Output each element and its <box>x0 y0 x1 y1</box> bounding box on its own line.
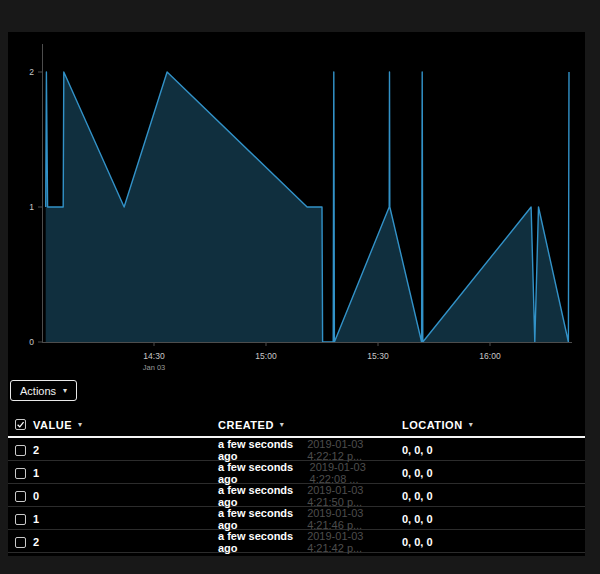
row-created: a few seconds ago2019-01-03 4:21:50 p... <box>218 484 402 508</box>
table-row: 2a few seconds ago2019-01-03 4:22:12 p..… <box>8 438 585 461</box>
created-absolute: 2019-01-03 4:21:50 p... <box>307 484 402 508</box>
created-relative: a few seconds ago <box>218 507 299 531</box>
created-absolute: 2019-01-03 4:22:12 p... <box>307 438 402 462</box>
created-absolute: 2019-01-03 4:21:46 p... <box>307 507 402 531</box>
table-row: 2a few seconds ago2019-01-03 4:21:42 p..… <box>8 530 585 553</box>
select-all-checkbox[interactable] <box>15 419 26 430</box>
row-value: 1 <box>33 467 218 479</box>
sort-caret-icon: ▾ <box>78 420 83 429</box>
row-created: a few seconds ago2019-01-03 4:22:12 p... <box>218 438 402 462</box>
y-axis-ticks: 012 <box>29 67 42 347</box>
x-axis-date-label: Jan 03 <box>143 363 166 372</box>
row-location: 0, 0, 0 <box>402 444 585 456</box>
table-row: 0a few seconds ago2019-01-03 4:21:50 p..… <box>8 484 585 507</box>
sort-caret-icon: ▾ <box>469 420 474 429</box>
table-row: 1a few seconds ago2019-01-03 4:22:08 ...… <box>8 461 585 484</box>
table-row: 1a few seconds ago2019-01-03 4:21:46 p..… <box>8 507 585 530</box>
created-absolute: 2019-01-03 4:22:08 ... <box>310 461 402 485</box>
row-value: 1 <box>33 513 218 525</box>
chevron-down-icon: ▾ <box>63 387 67 395</box>
timeseries-chart: 012 14:30Jan 0315:0015:3016:00 <box>8 32 585 378</box>
row-value: 2 <box>33 444 218 456</box>
page: 012 14:30Jan 0315:0015:3016:00 Actions ▾… <box>0 0 600 574</box>
created-header-label: CREATED <box>218 419 274 431</box>
column-header-location[interactable]: LOCATION ▾ <box>402 419 585 431</box>
location-header-label: LOCATION <box>402 419 463 431</box>
sort-caret-icon: ▾ <box>280 420 285 429</box>
actions-label: Actions <box>20 385 56 397</box>
created-relative: a few seconds ago <box>218 438 299 462</box>
column-header-value[interactable]: VALUE ▾ <box>33 419 218 431</box>
created-relative: a few seconds ago <box>218 461 302 485</box>
data-table: VALUE ▾ CREATED ▾ LOCATION ▾ 2a few seco… <box>8 413 585 553</box>
chart-table-card: 012 14:30Jan 0315:0015:3016:00 Actions ▾… <box>8 32 585 556</box>
row-location: 0, 0, 0 <box>402 467 585 479</box>
y-tick-label: 0 <box>29 337 34 347</box>
y-tick-label: 2 <box>29 67 34 77</box>
table-rows: 2a few seconds ago2019-01-03 4:22:12 p..… <box>8 438 585 553</box>
row-checkbox[interactable] <box>15 514 26 525</box>
x-axis-ticks: 14:30Jan 0315:0015:3016:00 <box>143 342 501 372</box>
row-value: 0 <box>33 490 218 502</box>
actions-button[interactable]: Actions ▾ <box>10 380 77 401</box>
x-tick-label: 15:00 <box>255 351 277 361</box>
check-icon <box>16 420 25 429</box>
x-tick-label: 16:00 <box>479 351 501 361</box>
row-location: 0, 0, 0 <box>402 490 585 502</box>
y-tick-label: 1 <box>29 202 34 212</box>
row-checkbox[interactable] <box>15 468 26 479</box>
row-location: 0, 0, 0 <box>402 513 585 525</box>
row-created: a few seconds ago2019-01-03 4:22:08 ... <box>218 461 402 485</box>
table-header: VALUE ▾ CREATED ▾ LOCATION ▾ <box>8 413 585 438</box>
created-relative: a few seconds ago <box>218 530 299 554</box>
row-location: 0, 0, 0 <box>402 536 585 548</box>
row-checkbox[interactable] <box>15 537 26 548</box>
value-header-label: VALUE <box>33 419 72 431</box>
x-tick-label: 15:30 <box>367 351 389 361</box>
row-checkbox[interactable] <box>15 491 26 502</box>
column-header-created[interactable]: CREATED ▾ <box>218 419 402 431</box>
row-value: 2 <box>33 536 218 548</box>
row-created: a few seconds ago2019-01-03 4:21:42 p... <box>218 530 402 554</box>
row-checkbox[interactable] <box>15 445 26 456</box>
created-relative: a few seconds ago <box>218 484 299 508</box>
row-created: a few seconds ago2019-01-03 4:21:46 p... <box>218 507 402 531</box>
x-tick-label: 14:30 <box>143 351 165 361</box>
created-absolute: 2019-01-03 4:21:42 p... <box>307 530 402 554</box>
